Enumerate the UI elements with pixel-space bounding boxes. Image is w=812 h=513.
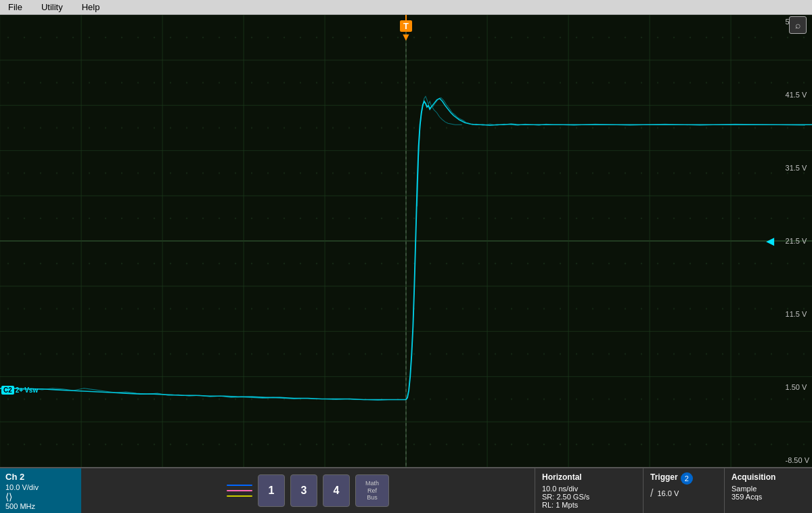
ch2-info-panel: Ch 2 10.0 V/div ⟨⟩ 500 MHz bbox=[0, 468, 81, 513]
scope-display-area: ◄ C2 2+ Vsw 51.5 V 41.5 V 31.5 V 21.5 V … bbox=[0, 15, 812, 467]
ch2-vdiv: 10.0 V/div bbox=[5, 483, 76, 491]
acquisition-panel: Acquisition Sample 359 Acqs bbox=[724, 468, 812, 513]
acquisition-title: Acquisition bbox=[731, 472, 805, 482]
ch2-panel-title: Ch 2 bbox=[5, 472, 76, 482]
ch1-button[interactable]: 1 bbox=[258, 474, 285, 507]
trigger-title: Trigger bbox=[650, 472, 678, 482]
menu-file[interactable]: File bbox=[5, 1, 25, 14]
horizontal-rl: RL: 1 Mpts bbox=[542, 501, 636, 509]
ch4-button[interactable]: 4 bbox=[323, 474, 350, 507]
ch2-bandwidth: 500 MHz bbox=[5, 502, 76, 510]
trigger-slope-icon: / bbox=[650, 487, 653, 499]
voltage-labels: 51.5 V 41.5 V 31.5 V 21.5 V 11.5 V 1.50 … bbox=[784, 15, 811, 467]
scope-display: ◄ C2 2+ Vsw 51.5 V 41.5 V 31.5 V 21.5 V … bbox=[0, 15, 812, 467]
horizontal-sr: SR: 2.50 GS/s bbox=[542, 493, 636, 501]
horizontal-title: Horizontal bbox=[542, 472, 636, 482]
horizontal-nsdiv: 10.0 ns/div bbox=[542, 485, 636, 493]
trigger-voltage-value: 16.0 V bbox=[657, 489, 679, 497]
trigger-panel: Trigger 2 / 16.0 V bbox=[643, 468, 724, 513]
acquisition-mode: Sample bbox=[731, 485, 805, 493]
trigger-top-marker: T ▼ bbox=[400, 15, 412, 43]
acquisition-acqs: 359 Acqs bbox=[731, 493, 805, 501]
trigger-channel-num: 2 bbox=[681, 472, 693, 485]
math-ref-bus-button[interactable]: Math Ref Bus bbox=[355, 474, 389, 507]
channel-buttons-area: 1 3 4 Math Ref Bus bbox=[81, 468, 535, 513]
menu-help[interactable]: Help bbox=[79, 1, 103, 14]
menubar: File Utility Help T ▼ ⌕ bbox=[0, 0, 812, 15]
bottom-bar: Ch 2 10.0 V/div ⟨⟩ 500 MHz 1 3 4 Math Re… bbox=[0, 467, 812, 513]
menu-utility[interactable]: Utility bbox=[39, 1, 66, 14]
waveform-svg bbox=[0, 15, 812, 467]
magnify-icon[interactable]: ⌕ bbox=[789, 16, 807, 34]
ch3-color-line bbox=[227, 490, 252, 491]
channel-color-lines bbox=[227, 485, 252, 497]
ch4-color-line bbox=[227, 495, 252, 497]
ch3-button[interactable]: 3 bbox=[290, 474, 317, 507]
ch1-color-line bbox=[227, 485, 252, 486]
ch2-label: C2 2+ Vsw bbox=[1, 386, 38, 395]
horizontal-panel: Horizontal 10.0 ns/div SR: 2.50 GS/s RL:… bbox=[535, 468, 643, 513]
ground-level-arrow: ◄ bbox=[763, 233, 777, 249]
